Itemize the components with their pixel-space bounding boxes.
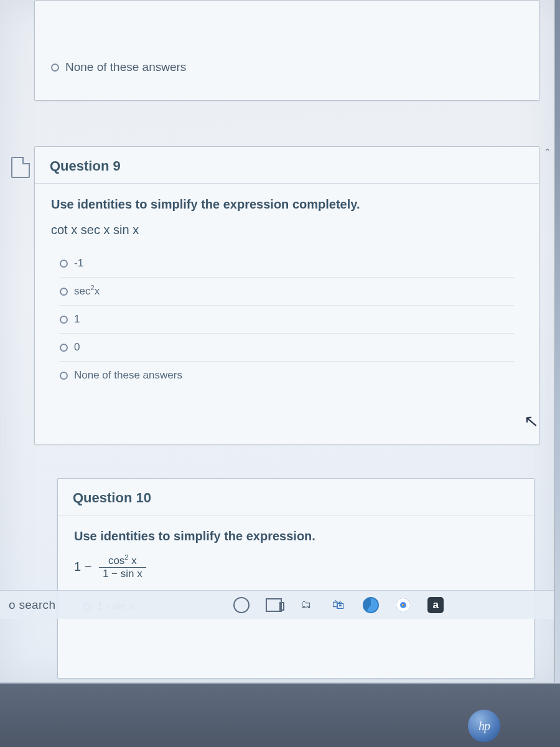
radio-icon <box>60 288 68 296</box>
option-label: None of these answers <box>74 369 182 382</box>
question-expression: cot x sec x sin x <box>51 223 523 237</box>
radio-icon <box>60 344 68 352</box>
question-card-previous: None of these answers <box>34 0 539 101</box>
question-expression: 1 − cos2 x 1 − sin x <box>74 555 518 580</box>
answer-option[interactable]: 1 <box>60 305 514 333</box>
task-view-icon[interactable] <box>266 597 282 613</box>
question-prompt: Use identities to simplify the expressio… <box>51 197 523 212</box>
question-card-10: Question 10 Use identities to simplify t… <box>57 478 534 679</box>
radio-icon <box>60 260 68 268</box>
radio-icon <box>60 316 68 324</box>
scroll-up-icon[interactable]: ⌃ <box>544 147 551 157</box>
cortana-icon[interactable] <box>233 597 250 613</box>
question-title: Question 9 <box>35 147 539 184</box>
question-title: Question 10 <box>58 479 534 515</box>
option-label: None of these answers <box>65 60 186 74</box>
file-explorer-icon[interactable]: 🗂 <box>298 597 314 613</box>
cursor-icon: ↖ <box>523 410 539 432</box>
question-card-9: Question 9 Use identities to simplify th… <box>34 146 539 445</box>
option-label: -1 <box>74 257 83 270</box>
radio-icon <box>60 372 68 380</box>
taskbar-search[interactable]: o search <box>9 598 55 612</box>
answer-option[interactable]: 0 <box>60 333 514 361</box>
answer-option[interactable]: None of these answers <box>35 60 186 74</box>
quiz-page: None of these answers ⌃ Question 9 Use i… <box>0 0 555 682</box>
microsoft-store-icon[interactable]: 🛍 <box>330 597 347 613</box>
radio-icon <box>51 63 59 72</box>
amazon-icon[interactable]: a <box>427 597 444 613</box>
edge-icon[interactable] <box>363 597 379 613</box>
chrome-icon[interactable] <box>395 597 411 613</box>
option-label: 1 <box>74 313 80 326</box>
hp-logo: hp <box>468 710 500 742</box>
option-label: sec2x <box>74 285 100 298</box>
windows-taskbar[interactable]: o search 🗂 🛍 a <box>0 590 554 619</box>
answer-option[interactable]: sec2x <box>60 277 514 305</box>
option-label: 0 <box>74 341 80 354</box>
page-icon <box>11 157 30 178</box>
answer-option[interactable]: -1 <box>60 250 514 277</box>
question-prompt: Use identities to simplify the expressio… <box>74 529 518 543</box>
answer-option[interactable]: None of these answers <box>60 361 514 389</box>
